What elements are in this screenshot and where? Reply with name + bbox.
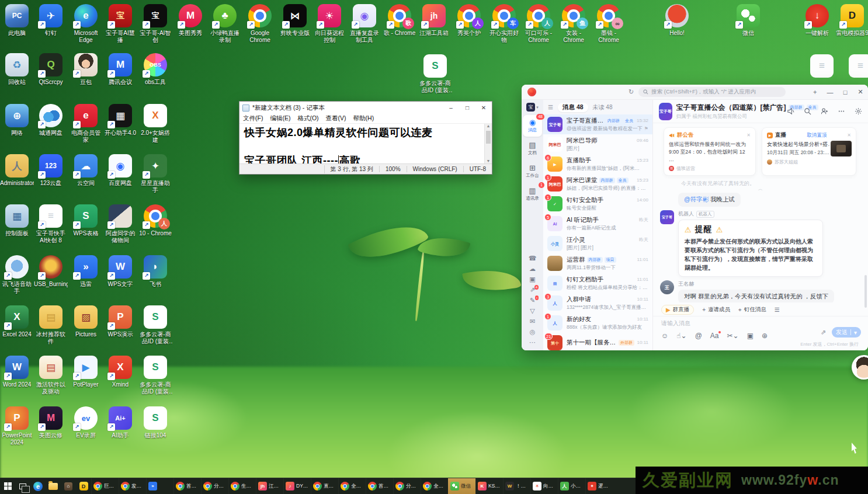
chat-search-icon[interactable]	[804, 107, 811, 115]
desktop-icon[interactable]: ↓ ↗ 一键解析	[800, 4, 834, 37]
rail-nav-item[interactable]: ▥ 通讯录 1	[523, 183, 542, 205]
desktop-icon[interactable]: 宝 ↗ 宝子哥-AI智创	[138, 4, 172, 44]
avatar[interactable]: 宝子哥	[660, 210, 674, 224]
chat-toolbar-item[interactable]: ⌖钉住消息	[738, 306, 766, 314]
expand-icon[interactable]: ⇗	[821, 329, 826, 336]
menu-item[interactable]: 编辑(E)	[266, 114, 294, 123]
taskbar-app[interactable]: 发现更...	[119, 478, 146, 494]
chat-toolbar-item[interactable]: ▶群直播	[661, 305, 694, 315]
settings-icon[interactable]	[855, 107, 862, 115]
desktop-icon[interactable]: ↗ USB_Burning_	[34, 255, 68, 288]
group-announcement-card[interactable]: 群公告 ✕ 值班运营和软件服务时间统一改为 9:00 至24：00，包含吃饭时间…	[664, 127, 756, 176]
org-switcher[interactable]: 宝 ▾	[526, 103, 539, 112]
desktop-icon[interactable]: 人 ↗ Administrator	[0, 154, 34, 187]
desktop-icon[interactable]: jh ↗ 江湖工具箱	[417, 4, 451, 37]
desktop-icon[interactable]: PC ↗ 此电脑	[0, 4, 34, 37]
tab-unread[interactable]: 未读 48	[593, 103, 613, 112]
desktop-icon[interactable]: P ↗ WPS演示	[103, 305, 137, 338]
desktop-icon[interactable]: 歌 ↗ 歌 - Chrome	[383, 4, 416, 37]
rail-nav-item[interactable]: ◉ 消息 48	[523, 115, 542, 137]
desktop-icon[interactable]: 人 ↗ 可口可乐 - Chrome	[522, 4, 555, 44]
chat-list-item[interactable]: 第十 21 第十一期【服务时间截止... 外部群 10:11	[543, 333, 652, 350]
taskbar-app[interactable]: ♪ DY直...	[283, 478, 311, 494]
rail-tool-icon[interactable]: ⋯	[529, 339, 536, 346]
desktop-icon[interactable]: ↗ Google Chrome	[243, 4, 277, 44]
desktop-icon[interactable]: ≡ ↗	[805, 54, 839, 78]
desktop-icon[interactable]: ✈ ↗ 钉钉	[34, 4, 68, 37]
live-card[interactable]: ▶ 直播 取消置顶 ✕ 女装快速起号场景分析+搭… 10月31日 周五 20:0…	[762, 127, 856, 176]
rail-tool-icon[interactable]: ☎	[529, 255, 537, 262]
avatar[interactable]: 王	[660, 280, 674, 294]
more-icon[interactable]	[838, 107, 845, 115]
desktop-icon[interactable]: M ↗ 美图云修	[34, 406, 68, 439]
desktop-icon[interactable]: ↗ 微信	[731, 4, 765, 37]
message-bubble[interactable]: @符字彬 我晚上试	[678, 193, 741, 207]
group-avatar[interactable]: 宝子哥	[659, 103, 672, 120]
desktop-icon[interactable]: ⋈ ↗ 剪映专业版	[278, 4, 312, 37]
desktop-icon[interactable]: ◗ ↗ 飞书	[138, 255, 172, 288]
maximize-button[interactable]: □	[459, 102, 475, 114]
desktop-icon[interactable]: ↗ 讯飞语音助手	[0, 255, 34, 295]
taskbar-app[interactable]: »	[146, 478, 173, 494]
desktop-icon[interactable]: X ↗ Xmind	[103, 355, 137, 388]
desktop-icon[interactable]: e ↗ Microsoft Edge	[69, 4, 103, 44]
desktop-icon[interactable]: ▦ ↗ 控制面板	[0, 204, 34, 237]
global-search-bar[interactable]: 搜索 (Ctrl+Shift+F)，或输入 "/" 进入应用内	[638, 87, 786, 97]
rail-tool-icon[interactable]: ✉	[530, 318, 535, 325]
taskbar-app[interactable]: 巨量云...	[91, 478, 119, 494]
menu-item[interactable]: 帮助(H)	[350, 114, 378, 123]
taskbar-app[interactable]: 全站推...	[338, 478, 366, 494]
taskbar-app[interactable]: 直播助...	[311, 478, 338, 494]
desktop-icon[interactable]: ↗ Hello!	[660, 4, 694, 37]
taskbar-app[interactable]: 生意通...	[228, 478, 256, 494]
input-tool-icon[interactable]: @	[695, 332, 702, 340]
scroll-thumb[interactable]	[486, 131, 491, 144]
desktop-icon[interactable]: X ↗ 2.0+女娲搭建	[138, 103, 172, 144]
desktop-icon[interactable]: ≡ ↗	[843, 54, 868, 78]
taskbar-app[interactable]: 全站推...	[421, 478, 448, 494]
chat-list-item[interactable]: 阿米巴 1 阿米巴课堂 内部群 全员 15:23 姊妞，(阿米巴实操导	[543, 174, 652, 194]
desktop-icon[interactable]: W ↗ WPS文字	[103, 255, 137, 288]
input-tool-icon[interactable]: ☝⌄	[676, 332, 686, 340]
rail-nav-item[interactable]: ⊞ 工作台	[523, 161, 542, 182]
close-button[interactable]: ✕	[853, 88, 868, 96]
desktop-icon[interactable]: ☀ ↗ 向日葵远程控制	[313, 4, 346, 44]
desktop-icon[interactable]: ▦ ↗ 开心助手4.0	[103, 103, 137, 137]
desktop-icon[interactable]: 宝 ↗ 宝子哥AI慧播	[103, 4, 137, 44]
desktop-icon[interactable]: OBS ↗ obs工具	[138, 53, 172, 86]
desktop-icon[interactable]: ↗ 城通网盘	[34, 103, 68, 137]
desktop-icon[interactable]: e ↗ 电商会员管家	[69, 103, 103, 144]
chat-list-item[interactable]: 人 1 新的好友 10:11 888x（东先森）请求添加你为好友	[543, 313, 652, 333]
desktop-icon[interactable]: ◉ ↗ 百度网盘	[103, 154, 137, 187]
desktop-icon[interactable]: ▶ ↗ PotPlayer	[69, 355, 103, 388]
desktop-icon[interactable]: ⊕ ↗ 网络	[0, 103, 34, 137]
new-window-icon[interactable]: ＋	[807, 88, 822, 96]
rail-tool-icon[interactable]: ▽	[530, 308, 534, 314]
scroll-down-icon[interactable]: ▼	[485, 159, 492, 163]
desktop-icon[interactable]: Ai+ ↗ AI助手	[103, 406, 137, 439]
desktop-icon[interactable]: 人 ↗ 10 - Chrome	[138, 204, 172, 237]
desktop-icon[interactable]: ◉ ↗ 直播复盘录制工具	[348, 4, 381, 44]
close-button[interactable]: ✕	[475, 102, 492, 114]
taskbar-app[interactable]: 首页 - ...	[173, 478, 201, 494]
desktop-icon[interactable]: ♻ ↗ 回收站	[0, 53, 34, 86]
desktop-icon[interactable]: 鱼 ↗ 女装 - Chrome	[557, 4, 591, 44]
input-tool-icon[interactable]: ☺	[661, 332, 668, 340]
scroll-up-icon[interactable]: ▲	[485, 124, 492, 128]
notepad-titlebar[interactable]: *新建文本文档 (3) - 记事本 – □ ✕	[239, 102, 492, 114]
desktop-icon[interactable]: ♣ ↗ 小绿鸭直播录制	[208, 4, 242, 44]
taskbar-edge[interactable]: e	[30, 478, 46, 494]
desktop-icon[interactable]: ≡ ↗ 宝子哥快手AI快创 8	[34, 204, 68, 244]
close-icon[interactable]: ✕	[747, 133, 751, 138]
rail-tool-icon[interactable]: ▣	[529, 276, 535, 283]
desktop-icon[interactable]: S ↗ 多多云著-商品ID (童装类) 10-	[418, 54, 452, 94]
desktop-icon[interactable]: S ↗ 链接104	[138, 406, 172, 439]
desktop-icon[interactable]: ✦ ↗ 星星直播助手	[138, 154, 172, 194]
close-icon[interactable]: ✕	[847, 133, 851, 138]
desktop-icon[interactable]: D ↗ 雷电模拟器9	[835, 4, 868, 37]
desktop-icon[interactable]: M ↗ 腾讯会议	[103, 53, 137, 86]
taskbar-app[interactable]: K KS直...	[475, 478, 503, 494]
chat-list-item[interactable]: 运营群 内部群 项目 11:01 两两11.1带货移动一下	[543, 253, 652, 273]
minimize-button[interactable]: —	[822, 89, 838, 96]
desktop-icon[interactable]: S ↗ WPS表格	[69, 204, 103, 237]
